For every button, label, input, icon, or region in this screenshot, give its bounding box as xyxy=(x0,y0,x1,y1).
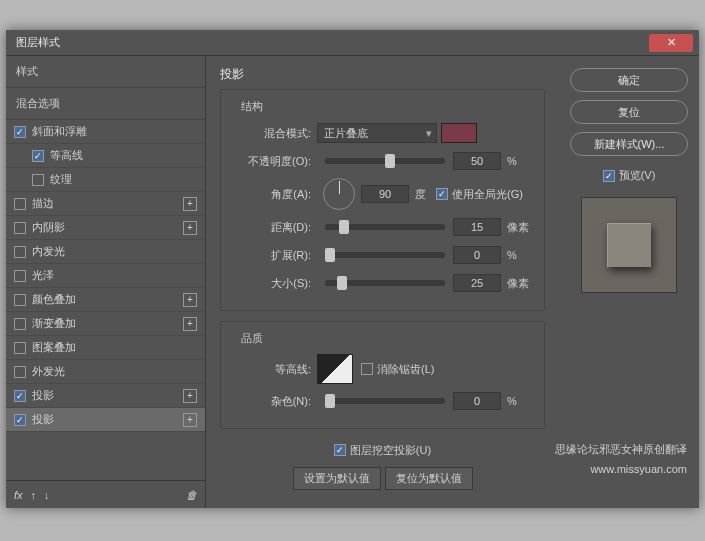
make-default-button[interactable]: 设置为默认值 xyxy=(293,467,381,490)
new-style-button[interactable]: 新建样式(W)... xyxy=(570,132,688,156)
color-swatch[interactable] xyxy=(441,123,477,143)
styles-header[interactable]: 样式 xyxy=(6,56,205,88)
add-effect-icon[interactable]: + xyxy=(183,221,197,235)
style-item-8[interactable]: 渐变叠加+ xyxy=(6,312,205,336)
quality-title: 品质 xyxy=(237,331,267,346)
blending-options-header[interactable]: 混合选项 xyxy=(6,88,205,120)
opacity-label: 不透明度(O): xyxy=(233,154,317,169)
titlebar[interactable]: 图层样式 ✕ xyxy=(6,30,699,56)
spread-label: 扩展(R): xyxy=(233,248,317,263)
size-slider[interactable] xyxy=(325,280,445,286)
distance-label: 距离(D): xyxy=(233,220,317,235)
cancel-button[interactable]: 复位 xyxy=(570,100,688,124)
opacity-slider[interactable] xyxy=(325,158,445,164)
window-title: 图层样式 xyxy=(16,35,60,50)
style-label: 投影 xyxy=(32,412,183,427)
global-light-checkbox[interactable] xyxy=(436,188,448,200)
preview-thumbnail xyxy=(581,197,677,293)
style-label: 颜色叠加 xyxy=(32,292,183,307)
spread-slider[interactable] xyxy=(325,252,445,258)
contour-label: 等高线: xyxy=(233,362,317,377)
knockout-checkbox[interactable] xyxy=(334,444,346,456)
spread-input[interactable]: 0 xyxy=(453,246,501,264)
slider-thumb[interactable] xyxy=(325,394,335,408)
angle-label: 角度(A): xyxy=(233,187,317,202)
add-effect-icon[interactable]: + xyxy=(183,389,197,403)
style-checkbox[interactable] xyxy=(14,294,26,306)
global-light-label: 使用全局光(G) xyxy=(452,187,523,202)
antialias-checkbox[interactable] xyxy=(361,363,373,375)
style-checkbox[interactable] xyxy=(32,150,44,162)
style-checkbox[interactable] xyxy=(14,342,26,354)
opacity-input[interactable]: 50 xyxy=(453,152,501,170)
opacity-unit: % xyxy=(507,155,517,167)
style-item-12[interactable]: 投影+ xyxy=(6,408,205,432)
ok-button[interactable]: 确定 xyxy=(570,68,688,92)
structure-title: 结构 xyxy=(237,99,267,114)
add-effect-icon[interactable]: + xyxy=(183,317,197,331)
style-list: 斜面和浮雕等高线纹理描边+内阴影+内发光光泽颜色叠加+渐变叠加+图案叠加外发光投… xyxy=(6,120,205,480)
style-item-7[interactable]: 颜色叠加+ xyxy=(6,288,205,312)
trash-icon[interactable]: 🗑 xyxy=(186,489,197,501)
size-unit: 像素 xyxy=(507,276,529,291)
structure-fieldset: 结构 混合模式: 正片叠底 不透明度(O): 50 % 角度(A): 90 度 xyxy=(220,89,545,311)
style-label: 内阴影 xyxy=(32,220,183,235)
close-button[interactable]: ✕ xyxy=(649,34,693,52)
style-item-1[interactable]: 等高线 xyxy=(6,144,205,168)
size-input[interactable]: 25 xyxy=(453,274,501,292)
knockout-label: 图层挖空投影(U) xyxy=(350,443,431,458)
style-checkbox[interactable] xyxy=(14,366,26,378)
angle-input[interactable]: 90 xyxy=(361,185,409,203)
blend-mode-select[interactable]: 正片叠底 xyxy=(317,123,437,143)
drop-shadow-panel: 投影 结构 混合模式: 正片叠底 不透明度(O): 50 % 角度(A): xyxy=(206,56,559,508)
slider-thumb[interactable] xyxy=(339,220,349,234)
close-icon: ✕ xyxy=(667,36,676,49)
noise-unit: % xyxy=(507,395,517,407)
arrow-down-icon[interactable]: ↓ xyxy=(44,489,50,501)
style-checkbox[interactable] xyxy=(14,318,26,330)
reset-default-button[interactable]: 复位为默认值 xyxy=(385,467,473,490)
angle-unit: 度 xyxy=(415,187,426,202)
style-item-11[interactable]: 投影+ xyxy=(6,384,205,408)
style-item-6[interactable]: 光泽 xyxy=(6,264,205,288)
size-label: 大小(S): xyxy=(233,276,317,291)
style-label: 外发光 xyxy=(32,364,197,379)
style-label: 投影 xyxy=(32,388,183,403)
distance-input[interactable]: 15 xyxy=(453,218,501,236)
add-effect-icon[interactable]: + xyxy=(183,413,197,427)
style-checkbox[interactable] xyxy=(14,246,26,258)
distance-slider[interactable] xyxy=(325,224,445,230)
arrow-up-icon[interactable]: ↑ xyxy=(31,489,37,501)
slider-thumb[interactable] xyxy=(337,276,347,290)
noise-label: 杂色(N): xyxy=(233,394,317,409)
fx-icon[interactable]: fx xyxy=(14,489,23,501)
style-item-5[interactable]: 内发光 xyxy=(6,240,205,264)
add-effect-icon[interactable]: + xyxy=(183,197,197,211)
style-item-2[interactable]: 纹理 xyxy=(6,168,205,192)
contour-picker[interactable] xyxy=(317,354,353,384)
right-panel: 确定 复位 新建样式(W)... 预览(V) xyxy=(559,56,699,508)
style-checkbox[interactable] xyxy=(14,222,26,234)
style-item-4[interactable]: 内阴影+ xyxy=(6,216,205,240)
slider-thumb[interactable] xyxy=(325,248,335,262)
style-checkbox[interactable] xyxy=(14,414,26,426)
style-checkbox[interactable] xyxy=(14,390,26,402)
angle-dial[interactable] xyxy=(323,178,355,210)
quality-fieldset: 品质 等高线: 消除锯齿(L) 杂色(N): 0 % xyxy=(220,321,545,429)
style-item-0[interactable]: 斜面和浮雕 xyxy=(6,120,205,144)
style-checkbox[interactable] xyxy=(14,270,26,282)
style-item-3[interactable]: 描边+ xyxy=(6,192,205,216)
antialias-label: 消除锯齿(L) xyxy=(377,362,434,377)
preview-label: 预览(V) xyxy=(619,168,656,183)
style-item-10[interactable]: 外发光 xyxy=(6,360,205,384)
noise-slider[interactable] xyxy=(325,398,445,404)
style-checkbox[interactable] xyxy=(14,198,26,210)
slider-thumb[interactable] xyxy=(385,154,395,168)
styles-sidebar: 样式 混合选项 斜面和浮雕等高线纹理描边+内阴影+内发光光泽颜色叠加+渐变叠加+… xyxy=(6,56,206,508)
preview-checkbox[interactable] xyxy=(603,170,615,182)
style-item-9[interactable]: 图案叠加 xyxy=(6,336,205,360)
style-checkbox[interactable] xyxy=(14,126,26,138)
noise-input[interactable]: 0 xyxy=(453,392,501,410)
style-checkbox[interactable] xyxy=(32,174,44,186)
add-effect-icon[interactable]: + xyxy=(183,293,197,307)
